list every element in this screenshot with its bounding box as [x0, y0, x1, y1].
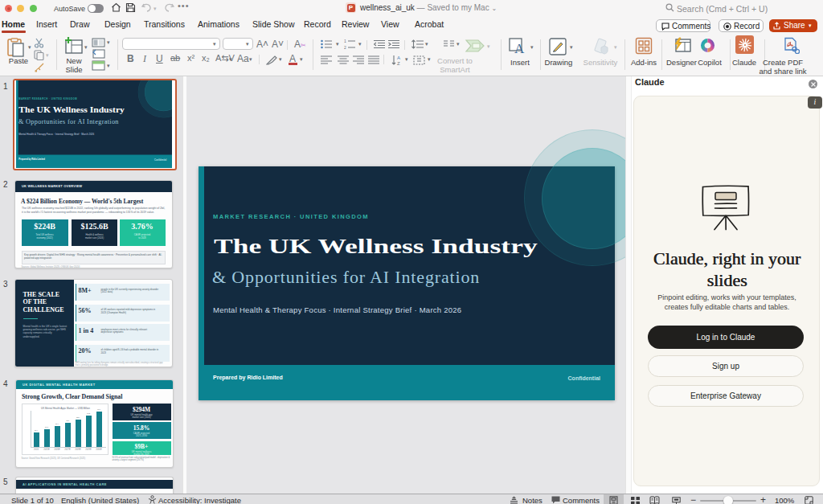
svg-text:2: 2	[344, 45, 346, 49]
svg-text:1: 1	[344, 39, 346, 43]
svg-text:Z: Z	[397, 61, 400, 65]
svg-text:A: A	[397, 55, 400, 60]
svg-text:A: A	[514, 41, 525, 55]
